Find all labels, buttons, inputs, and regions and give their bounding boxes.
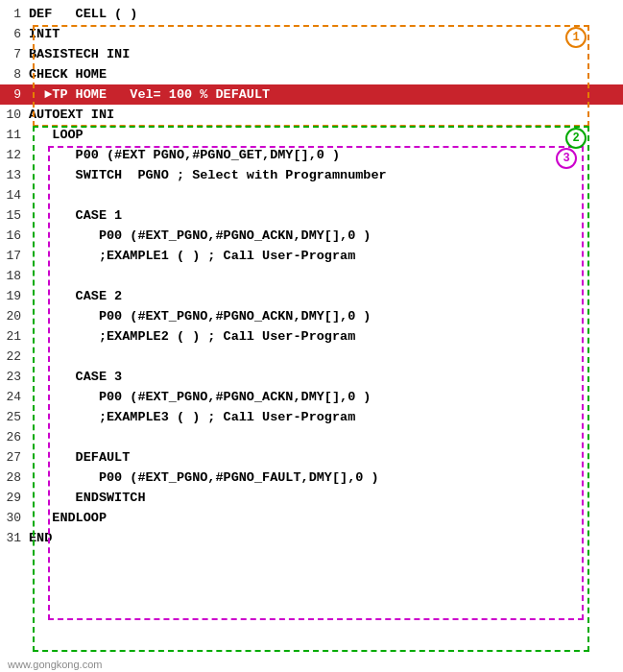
line-number: 20 xyxy=(0,309,27,324)
code-line-2: 6INIT xyxy=(0,24,623,44)
line-content: CASE 2 xyxy=(27,289,623,303)
line-content: CHECK HOME xyxy=(27,67,623,82)
line-content: DEF CELL ( ) xyxy=(27,7,623,21)
line-number: 7 xyxy=(0,47,27,61)
line-content: P00 (#EXT_PGNO,#PGNO_ACKN,DMY[],0 ) xyxy=(27,390,623,404)
watermark: www.gongkong.com xyxy=(8,659,102,670)
code-line-17: 21 ;EXAMPLE2 ( ) ; Call User-Program xyxy=(0,326,623,347)
line-content: INIT xyxy=(27,27,623,41)
code-line-14: 18 xyxy=(0,266,623,286)
line-content: P00 (#EXT PGNO,#PGNO_GET,DMY[],0 ) xyxy=(27,148,623,162)
line-number: 26 xyxy=(0,430,27,444)
code-line-12: 16 P00 (#EXT_PGNO,#PGNO_ACKN,DMY[],0 ) xyxy=(0,226,623,246)
line-content: DEFAULT xyxy=(27,450,623,465)
line-number: 6 xyxy=(0,27,27,41)
line-content: AUTOEXT INI xyxy=(27,108,623,122)
code-line-6: 10AUTOEXT INI xyxy=(0,105,623,125)
line-number: 29 xyxy=(0,491,27,505)
code-line-10: 14 xyxy=(0,185,623,205)
line-number: 21 xyxy=(0,329,27,344)
code-line-1: 1DEF CELL ( ) xyxy=(0,4,623,24)
line-number: 22 xyxy=(0,349,27,364)
code-line-16: 20 P00 (#EXT_PGNO,#PGNO_ACKN,DMY[],0 ) xyxy=(0,306,623,326)
line-number: 16 xyxy=(0,228,27,243)
line-number: 18 xyxy=(0,269,27,283)
line-content: CASE 3 xyxy=(27,370,623,384)
line-number: 25 xyxy=(0,410,27,424)
line-content: ENDSWITCH xyxy=(27,491,623,505)
code-line-3: 7BASISTECH INI xyxy=(0,44,623,64)
code-line-19: 23 CASE 3 xyxy=(0,367,623,387)
line-number: 12 xyxy=(0,148,27,162)
code-line-27: 31END xyxy=(0,528,623,548)
code-line-9: 13 SWITCH PGNO ; Select with Programnumb… xyxy=(0,165,623,185)
code-line-11: 15 CASE 1 xyxy=(0,205,623,226)
code-line-26: 30 ENDLOOP xyxy=(0,508,623,528)
line-number: 31 xyxy=(0,531,27,545)
code-line-8: 12 P00 (#EXT PGNO,#PGNO_GET,DMY[],0 ) xyxy=(0,145,623,165)
line-number: 23 xyxy=(0,370,27,384)
line-number: 17 xyxy=(0,249,27,263)
code-line-7: 11 LOOP xyxy=(0,125,623,145)
line-number: 27 xyxy=(0,450,27,465)
line-content: LOOP xyxy=(27,128,623,142)
code-container: 1DEF CELL ( )6INIT7BASISTECH INI8CHECK H… xyxy=(0,0,623,672)
line-content: ;EXAMPLE1 ( ) ; Call User-Program xyxy=(27,249,623,263)
line-number: 10 xyxy=(0,108,27,122)
line-number: 14 xyxy=(0,188,27,203)
code-line-4: 8CHECK HOME xyxy=(0,64,623,84)
code-line-15: 19 CASE 2 xyxy=(0,286,623,306)
line-content: CASE 1 xyxy=(27,208,623,223)
code-line-18: 22 xyxy=(0,347,623,367)
code-line-24: 28 P00 (#EXT_PGNO,#PGNO_FAULT,DMY[],0 ) xyxy=(0,468,623,488)
line-number: 15 xyxy=(0,208,27,223)
line-number: 24 xyxy=(0,390,27,404)
line-number: 8 xyxy=(0,67,27,82)
line-number: 19 xyxy=(0,289,27,303)
code-line-20: 24 P00 (#EXT_PGNO,#PGNO_ACKN,DMY[],0 ) xyxy=(0,387,623,407)
line-number: 30 xyxy=(0,511,27,525)
line-content: ;EXAMPLE2 ( ) ; Call User-Program xyxy=(27,329,623,344)
line-number: 28 xyxy=(0,470,27,485)
line-content: P00 (#EXT_PGNO,#PGNO_ACKN,DMY[],0 ) xyxy=(27,228,623,243)
line-content: P00 (#EXT_PGNO,#PGNO_FAULT,DMY[],0 ) xyxy=(27,470,623,485)
line-content: ►TP HOME Vel= 100 % DEFAULT xyxy=(27,87,623,102)
line-number: 9 xyxy=(0,87,27,102)
line-content: SWITCH PGNO ; Select with Programnumber xyxy=(27,168,623,182)
line-content: BASISTECH INI xyxy=(27,47,623,61)
code-line-25: 29 ENDSWITCH xyxy=(0,488,623,508)
line-content: ;EXAMPLE3 ( ) ; Call User-Program xyxy=(27,410,623,424)
code-line-21: 25 ;EXAMPLE3 ( ) ; Call User-Program xyxy=(0,407,623,427)
code-line-23: 27 DEFAULT xyxy=(0,447,623,468)
code-line-13: 17 ;EXAMPLE1 ( ) ; Call User-Program xyxy=(0,246,623,266)
code-line-22: 26 xyxy=(0,427,623,447)
line-content: P00 (#EXT_PGNO,#PGNO_ACKN,DMY[],0 ) xyxy=(27,309,623,324)
line-number: 11 xyxy=(0,128,27,142)
code-line-5: 9 ►TP HOME Vel= 100 % DEFAULT xyxy=(0,84,623,105)
line-content: END xyxy=(27,531,623,545)
line-content: ENDLOOP xyxy=(27,511,623,525)
line-number: 1 xyxy=(0,7,27,21)
line-number: 13 xyxy=(0,168,27,182)
